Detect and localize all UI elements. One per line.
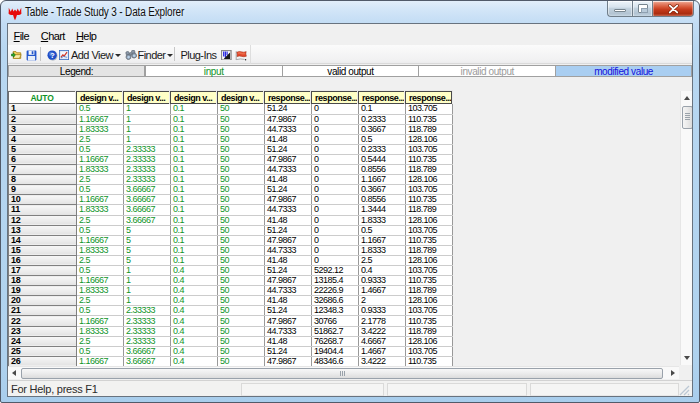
svg-text:?: ? xyxy=(50,50,55,59)
